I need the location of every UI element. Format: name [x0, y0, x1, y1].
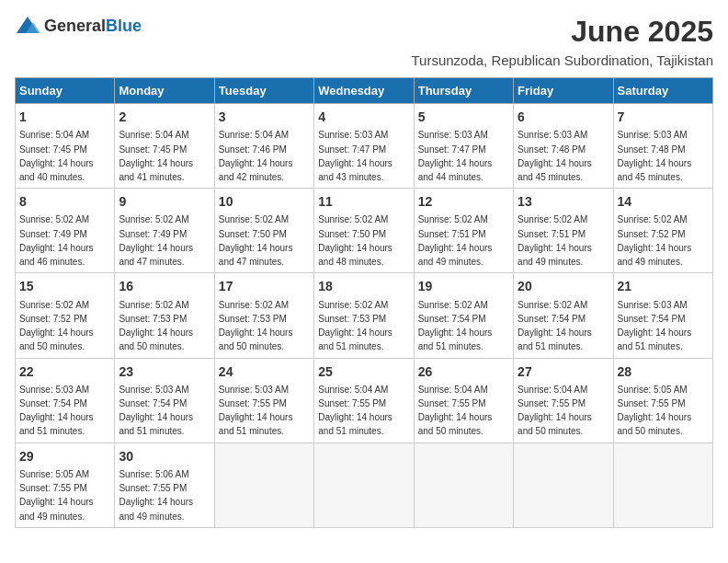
day-number: 25: [318, 362, 409, 381]
day-info: Sunrise: 5:02 AMSunset: 7:51 PMDaylight:…: [418, 214, 493, 267]
day-info: Sunrise: 5:03 AMSunset: 7:54 PMDaylight:…: [119, 385, 193, 437]
calendar-header-cell: Wednesday: [314, 78, 414, 104]
calendar-day-cell: 25 Sunrise: 5:04 AMSunset: 7:55 PMDaylig…: [314, 358, 414, 442]
day-number: 13: [518, 192, 609, 211]
calendar-header-cell: Thursday: [414, 78, 513, 104]
calendar-body: 1 Sunrise: 5:04 AMSunset: 7:45 PMDayligh…: [16, 104, 713, 528]
logo-general: General: [44, 17, 106, 35]
day-number: 23: [119, 362, 210, 381]
day-number: 8: [19, 192, 110, 211]
day-info: Sunrise: 5:03 AMSunset: 7:54 PMDaylight:…: [19, 385, 94, 437]
calendar-day-cell: 3 Sunrise: 5:04 AMSunset: 7:46 PMDayligh…: [214, 104, 313, 189]
day-number: 27: [518, 362, 609, 381]
day-info: Sunrise: 5:05 AMSunset: 7:55 PMDaylight:…: [19, 469, 94, 522]
day-info: Sunrise: 5:02 AMSunset: 7:52 PMDaylight:…: [618, 214, 692, 267]
calendar-day-cell: 27 Sunrise: 5:04 AMSunset: 7:55 PMDaylig…: [514, 358, 613, 442]
calendar-day-cell: 30 Sunrise: 5:06 AMSunset: 7:55 PMDaylig…: [115, 442, 214, 527]
day-number: 1: [19, 108, 110, 126]
calendar-header-cell: Saturday: [613, 78, 712, 104]
day-info: Sunrise: 5:03 AMSunset: 7:48 PMDaylight:…: [518, 130, 592, 182]
calendar-day-cell: 22 Sunrise: 5:03 AMSunset: 7:54 PMDaylig…: [16, 358, 115, 442]
calendar-header-cell: Monday: [115, 78, 214, 104]
calendar-header: SundayMondayTuesdayWednesdayThursdayFrid…: [16, 78, 713, 104]
calendar-day-cell: 19 Sunrise: 5:02 AMSunset: 7:54 PMDaylig…: [414, 273, 513, 358]
day-number: 9: [119, 192, 210, 211]
day-number: 16: [119, 277, 210, 295]
day-number: 12: [418, 192, 509, 211]
day-number: 18: [318, 277, 409, 295]
calendar-day-cell: 24 Sunrise: 5:03 AMSunset: 7:55 PMDaylig…: [214, 358, 313, 442]
logo-icon: [15, 15, 40, 37]
day-number: 30: [119, 447, 210, 465]
calendar-week-row: 1 Sunrise: 5:04 AMSunset: 7:45 PMDayligh…: [16, 104, 713, 189]
calendar-day-cell: 18 Sunrise: 5:02 AMSunset: 7:53 PMDaylig…: [314, 273, 414, 358]
day-number: 22: [19, 362, 110, 381]
calendar-day-cell: 12 Sunrise: 5:02 AMSunset: 7:51 PMDaylig…: [414, 189, 513, 273]
calendar-day-cell: [414, 442, 513, 527]
day-info: Sunrise: 5:03 AMSunset: 7:54 PMDaylight:…: [618, 300, 692, 352]
calendar-header-cell: Friday: [514, 78, 613, 104]
day-number: 28: [618, 362, 709, 381]
day-info: Sunrise: 5:04 AMSunset: 7:55 PMDaylight:…: [418, 385, 493, 437]
day-info: Sunrise: 5:04 AMSunset: 7:46 PMDaylight:…: [219, 130, 293, 182]
calendar-week-row: 8 Sunrise: 5:02 AMSunset: 7:49 PMDayligh…: [16, 189, 713, 273]
calendar-day-cell: [314, 442, 414, 527]
day-info: Sunrise: 5:06 AMSunset: 7:55 PMDaylight:…: [119, 469, 193, 522]
day-number: 21: [618, 277, 709, 295]
calendar-week-row: 22 Sunrise: 5:03 AMSunset: 7:54 PMDaylig…: [16, 358, 713, 442]
day-info: Sunrise: 5:03 AMSunset: 7:47 PMDaylight:…: [318, 130, 392, 182]
day-number: 19: [418, 277, 509, 295]
day-info: Sunrise: 5:02 AMSunset: 7:49 PMDaylight:…: [19, 214, 94, 267]
calendar-header-cell: Sunday: [16, 78, 115, 104]
day-number: 15: [19, 277, 110, 295]
day-info: Sunrise: 5:02 AMSunset: 7:49 PMDaylight:…: [119, 214, 193, 267]
calendar-day-cell: 6 Sunrise: 5:03 AMSunset: 7:48 PMDayligh…: [514, 104, 613, 189]
day-info: Sunrise: 5:03 AMSunset: 7:48 PMDaylight:…: [618, 130, 692, 182]
day-number: 5: [418, 108, 509, 126]
day-info: Sunrise: 5:02 AMSunset: 7:53 PMDaylight:…: [219, 300, 293, 352]
calendar-day-cell: 16 Sunrise: 5:02 AMSunset: 7:53 PMDaylig…: [115, 273, 214, 358]
day-info: Sunrise: 5:04 AMSunset: 7:55 PMDaylight:…: [518, 385, 592, 437]
logo-blue: Blue: [106, 17, 142, 35]
day-info: Sunrise: 5:04 AMSunset: 7:45 PMDaylight:…: [19, 130, 94, 182]
day-number: 7: [618, 108, 709, 126]
month-title: June 2025: [571, 15, 713, 49]
calendar-day-cell: 10 Sunrise: 5:02 AMSunset: 7:50 PMDaylig…: [214, 189, 313, 273]
calendar-day-cell: 17 Sunrise: 5:02 AMSunset: 7:53 PMDaylig…: [214, 273, 313, 358]
calendar-day-cell: 9 Sunrise: 5:02 AMSunset: 7:49 PMDayligh…: [115, 189, 214, 273]
calendar-day-cell: 1 Sunrise: 5:04 AMSunset: 7:45 PMDayligh…: [16, 104, 115, 189]
logo: GeneralBlue: [15, 15, 142, 37]
day-info: Sunrise: 5:02 AMSunset: 7:50 PMDaylight:…: [219, 214, 293, 267]
calendar-day-cell: [514, 442, 613, 527]
day-info: Sunrise: 5:02 AMSunset: 7:54 PMDaylight:…: [418, 300, 493, 352]
calendar-day-cell: 7 Sunrise: 5:03 AMSunset: 7:48 PMDayligh…: [613, 104, 712, 189]
calendar-day-cell: [214, 442, 313, 527]
day-number: 3: [219, 108, 310, 126]
day-number: 20: [518, 277, 609, 295]
calendar-day-cell: 4 Sunrise: 5:03 AMSunset: 7:47 PMDayligh…: [314, 104, 414, 189]
calendar-day-cell: 13 Sunrise: 5:02 AMSunset: 7:51 PMDaylig…: [514, 189, 613, 273]
day-info: Sunrise: 5:04 AMSunset: 7:55 PMDaylight:…: [318, 385, 392, 437]
day-number: 4: [318, 108, 409, 126]
calendar-day-cell: 29 Sunrise: 5:05 AMSunset: 7:55 PMDaylig…: [16, 442, 115, 527]
day-number: 29: [19, 447, 110, 465]
day-number: 2: [119, 108, 210, 126]
day-info: Sunrise: 5:03 AMSunset: 7:55 PMDaylight:…: [219, 385, 293, 437]
day-info: Sunrise: 5:02 AMSunset: 7:52 PMDaylight:…: [19, 300, 94, 352]
day-number: 24: [219, 362, 310, 381]
day-number: 6: [518, 108, 609, 126]
calendar-header-cell: Tuesday: [214, 78, 313, 104]
calendar-day-cell: 26 Sunrise: 5:04 AMSunset: 7:55 PMDaylig…: [414, 358, 513, 442]
calendar-day-cell: 2 Sunrise: 5:04 AMSunset: 7:45 PMDayligh…: [115, 104, 214, 189]
day-number: 26: [418, 362, 509, 381]
calendar-day-cell: 23 Sunrise: 5:03 AMSunset: 7:54 PMDaylig…: [115, 358, 214, 442]
day-info: Sunrise: 5:03 AMSunset: 7:47 PMDaylight:…: [418, 130, 493, 182]
subtitle: Tursunzoda, Republican Subordination, Ta…: [15, 52, 713, 68]
day-info: Sunrise: 5:02 AMSunset: 7:53 PMDaylight:…: [119, 300, 193, 352]
calendar-day-cell: 20 Sunrise: 5:02 AMSunset: 7:54 PMDaylig…: [514, 273, 613, 358]
calendar-week-row: 29 Sunrise: 5:05 AMSunset: 7:55 PMDaylig…: [16, 442, 713, 527]
day-info: Sunrise: 5:02 AMSunset: 7:51 PMDaylight:…: [518, 214, 592, 267]
day-info: Sunrise: 5:05 AMSunset: 7:55 PMDaylight:…: [618, 385, 692, 437]
day-number: 10: [219, 192, 310, 211]
calendar-day-cell: 15 Sunrise: 5:02 AMSunset: 7:52 PMDaylig…: [16, 273, 115, 358]
